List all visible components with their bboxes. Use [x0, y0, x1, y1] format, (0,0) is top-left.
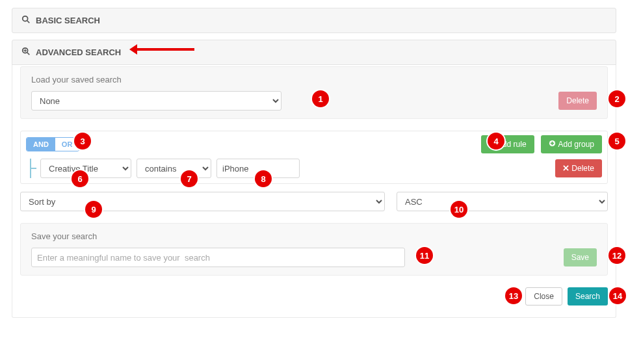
save-button[interactable]: Save	[564, 248, 597, 266]
annotation-badge: 8	[255, 170, 272, 187]
close-button[interactable]: Close	[525, 287, 562, 306]
footer-row: Close Search 13 14	[20, 287, 608, 306]
annotation-badge: 3	[74, 133, 91, 150]
save-search-label: Save your search	[31, 231, 597, 241]
and-or-toggle: AND OR	[26, 137, 79, 151]
annotation-badge: 13	[505, 287, 522, 304]
svg-point-0	[23, 16, 28, 21]
load-search-panel: Load your saved search None Delete 1 2	[20, 66, 608, 119]
advanced-search-header[interactable]: ADVANCED SEARCH	[12, 40, 616, 65]
search-button[interactable]: Search	[568, 287, 608, 306]
annotation-badge: 2	[608, 90, 625, 107]
annotation-badge: 5	[608, 133, 625, 150]
basic-search-header[interactable]: BASIC SEARCH	[12, 8, 616, 33]
annotation-badge: 7	[181, 170, 198, 187]
plus-circle-icon	[549, 140, 556, 149]
query-builder: AND OR Add rule Add group	[20, 131, 608, 184]
and-button[interactable]: AND	[27, 138, 55, 151]
svg-line-3	[27, 53, 30, 55]
sort-row: Sort by ASC 9 10	[20, 192, 608, 211]
advanced-search-title: ADVANCED SEARCH	[36, 47, 121, 57]
rule-row: Creative Title contains Delete	[30, 159, 602, 178]
x-icon	[563, 164, 569, 173]
add-group-button[interactable]: Add group	[541, 135, 602, 153]
annotation-badge: 12	[608, 247, 625, 264]
save-search-panel: Save your search Save 11 12	[20, 223, 608, 276]
advanced-search-body: Load your saved search None Delete 1 2 A…	[12, 58, 616, 318]
search-icon	[21, 15, 31, 26]
sort-direction-select[interactable]: ASC	[397, 192, 608, 211]
basic-search-title: BASIC SEARCH	[36, 16, 100, 25]
annotation-badge: 1	[312, 90, 329, 107]
annotation-badge: 6	[72, 170, 88, 187]
delete-saved-button[interactable]: Delete	[558, 92, 597, 110]
saved-search-select[interactable]: None	[31, 91, 281, 110]
sort-by-select[interactable]: Sort by	[20, 192, 385, 211]
annotation-badge: 11	[416, 247, 433, 264]
annotation-badge: 9	[85, 201, 102, 218]
rule-operator-select[interactable]: contains	[137, 159, 211, 178]
annotation-badge: 14	[609, 287, 626, 304]
load-search-label: Load your saved search	[31, 75, 597, 84]
delete-rule-label: Delete	[571, 164, 594, 173]
svg-line-1	[27, 21, 30, 23]
annotation-badge: 10	[451, 201, 467, 218]
add-group-label: Add group	[558, 140, 594, 149]
annotation-arrow	[136, 48, 194, 51]
zoom-icon	[21, 47, 31, 58]
annotation-badge: 4	[488, 133, 504, 150]
save-name-input[interactable]	[31, 248, 405, 267]
delete-rule-button[interactable]: Delete	[555, 159, 602, 177]
